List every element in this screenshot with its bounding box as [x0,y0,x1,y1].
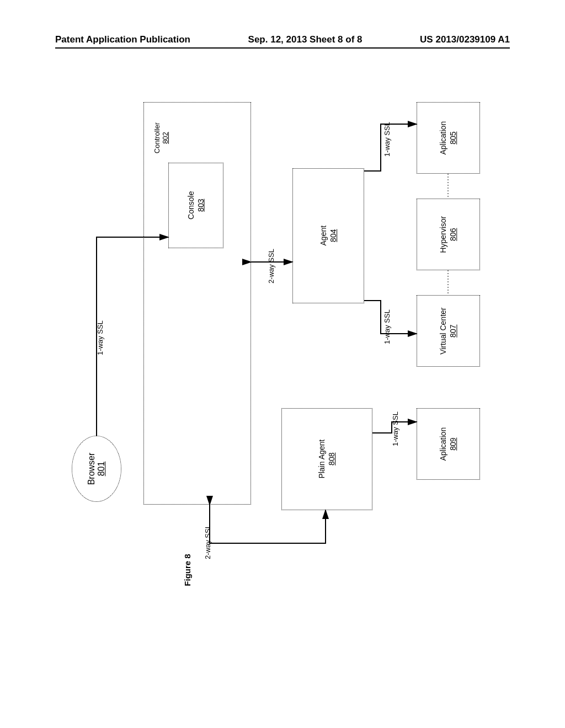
node-agent-label: Agent [318,226,328,246]
header-center: Sep. 12, 2013 Sheet 8 of 8 [248,34,363,45]
node-plainagent-num: 808 [327,453,337,465]
diagram: Browser 801 Controller 802 Console 803 A… [72,102,486,587]
edge-controller-plainagent: 2-way SSL [204,524,212,559]
node-application1-num: 805 [448,131,458,144]
edge-controller-agent: 2-way SSL [267,249,275,283]
node-hypervisor: Hypervisor 806 [417,199,480,270]
node-virtualcenter-label: Virtual Center [438,307,448,354]
node-browser-label: Browser [87,453,97,485]
figure-label: Figure 8 [183,554,192,586]
edge-browser-console: 1-way SSL [96,320,104,355]
node-browser-num: 801 [97,462,106,477]
page-header: Patent Application Publication Sep. 12, … [55,34,510,49]
node-plainagent: Plain Agent 808 [281,408,372,510]
edge-plainagent-application2: 1-way SSL [391,411,399,446]
edge-agent-virtualcenter: 1-way SSL [383,309,391,344]
node-application1-label: Aplication [438,121,448,155]
node-agent: Agent 804 [292,168,364,303]
node-hypervisor-num: 806 [449,228,459,240]
node-application2-label: Aplication [438,427,448,461]
node-plainagent-label: Plain Agent [317,440,327,479]
page: Patent Application Publication Sep. 12, … [0,0,565,728]
node-controller-num: 802 [161,132,169,144]
node-application1: Aplication 805 [417,102,480,174]
node-console-label: Console [186,191,196,220]
header-right: US 2013/0239109 A1 [420,34,510,45]
node-browser: Browser 801 [72,436,121,502]
node-virtualcenter-num: 807 [449,324,459,337]
node-controller-label-wrap: Controller 802 [153,121,169,154]
node-console: Console 803 [168,163,223,248]
node-hypervisor-label: Hypervisor [438,216,448,253]
node-application2: Aplication 809 [417,408,480,480]
node-agent-num: 804 [328,229,338,242]
node-virtualcenter: Virtual Center 807 [417,295,480,367]
header-left: Patent Application Publication [55,34,190,45]
node-console-num: 803 [196,199,206,212]
node-application2-num: 809 [448,437,458,450]
edge-agent-application1: 1-way SSL [383,122,391,157]
node-controller-label: Controller [153,122,161,153]
